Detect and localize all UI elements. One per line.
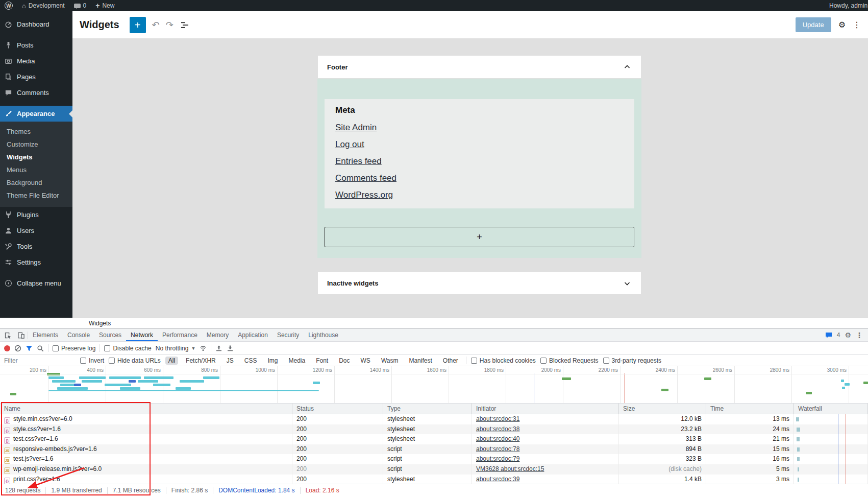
filter-funnel-icon[interactable] [26,345,33,352]
preserve-log-checkbox[interactable] [53,345,59,351]
inactive-widgets-header[interactable]: Inactive widgets [317,272,641,295]
meta-widget-block[interactable]: Meta Site Admin Log out Entries feed Com… [325,99,634,208]
tab-lighthouse[interactable]: Lighthouse [304,329,343,341]
inspect-element-button[interactable] [1,329,14,341]
request-initiator-link[interactable]: about:srcdoc:31 [476,415,519,422]
tab-performance[interactable]: Performance [158,329,202,341]
has-blocked-cookies-checkbox[interactable] [471,358,477,364]
invert-checkbox[interactable] [80,358,86,364]
sidebar-item-tools[interactable]: Tools [0,239,72,254]
table-row[interactable]: style.css?ver=1.6 200 stylesheet about:s… [0,424,868,435]
third-party-checkbox[interactable] [603,358,609,364]
clear-button[interactable] [14,345,21,352]
sidebar-item-collapse-menu[interactable]: Collapse menu [0,275,72,291]
meta-link-entries-feed[interactable]: Entries feed [335,156,382,167]
hide-data-urls-checkbox[interactable] [109,358,115,364]
update-button[interactable]: Update [796,17,831,32]
column-header-status[interactable]: Status [292,404,383,414]
tab-application[interactable]: Application [233,329,272,341]
submenu-item-customize[interactable]: Customize [0,138,72,151]
throttling-select[interactable]: No throttling ▼ [156,345,196,352]
submenu-item-widgets[interactable]: Widgets [0,151,72,164]
request-initiator-link[interactable]: about:srcdoc:79 [476,455,519,462]
table-row[interactable]: style.min.css?ver=6.0 200 stylesheet abo… [0,414,868,424]
sidebar-item-appearance[interactable]: Appearance [0,106,72,122]
filter-type-manifest[interactable]: Manifest [406,357,435,365]
filter-type-wasm[interactable]: Wasm [378,357,402,365]
disable-cache-checkbox[interactable] [104,345,110,351]
tab-sources[interactable]: Sources [94,329,126,341]
list-view-button[interactable] [180,20,190,30]
table-row[interactable]: print.css?ver=1.6 200 stylesheet about:s… [0,475,868,485]
sidebar-item-users[interactable]: Users [0,223,72,239]
column-header-name[interactable]: Name [0,404,292,414]
filter-type-img[interactable]: Img [264,357,281,365]
table-row[interactable]: wp-emoji-release.min.js?ver=6.0 200 scri… [0,464,868,475]
filter-type-media[interactable]: Media [285,357,308,365]
add-block-button[interactable]: + [130,17,146,33]
column-header-time[interactable]: Time [706,404,794,414]
wordpress-logo-menu[interactable]: W [0,0,17,11]
devtools-kebab-icon[interactable]: ⋮ [856,331,863,339]
sidebar-item-pages[interactable]: Pages [0,69,72,85]
meta-link-log-out[interactable]: Log out [335,139,364,150]
blocked-requests-checkbox[interactable] [540,358,547,364]
block-appender-button[interactable]: + [325,227,634,247]
console-messages-icon[interactable] [825,332,832,339]
record-button[interactable] [4,345,10,351]
device-toolbar-button[interactable] [14,329,28,341]
undo-button[interactable]: ↶ [152,20,160,30]
meta-link-comments-feed[interactable]: Comments feed [335,173,396,183]
filter-type-js[interactable]: JS [224,357,237,365]
options-kebab-icon[interactable]: ⋮ [853,21,861,29]
search-icon[interactable] [37,345,44,352]
filter-type-all[interactable]: All [165,357,178,365]
network-overview[interactable]: 200 ms400 ms600 ms800 ms1000 ms1200 ms14… [0,366,868,404]
table-row[interactable]: test.js?ver=1.6 200 script about:srcdoc:… [0,454,868,464]
filter-type-font[interactable]: Font [313,357,331,365]
meta-link-site-admin[interactable]: Site Admin [335,123,377,133]
request-initiator-link[interactable]: about:srcdoc:78 [476,445,519,453]
column-header-type[interactable]: Type [383,404,472,414]
filter-type-doc[interactable]: Doc [336,357,353,365]
tab-network[interactable]: Network [126,329,158,341]
submenu-item-themes[interactable]: Themes [0,126,72,138]
request-initiator-link[interactable]: about:srcdoc:40 [476,435,519,442]
column-header-waterfall[interactable]: Waterfall [794,404,868,414]
footer-widget-area-header[interactable]: Footer [317,55,641,79]
sidebar-item-comments[interactable]: Comments [0,85,72,101]
request-initiator-link[interactable]: about:srcdoc:38 [476,425,519,433]
tab-console[interactable]: Console [63,329,94,341]
table-row[interactable]: responsive-embeds.js?ver=1.6 200 script … [0,444,868,455]
redo-button[interactable]: ↷ [166,20,173,30]
sidebar-item-media[interactable]: Media [0,53,72,69]
request-initiator-link[interactable]: about:srcdoc:39 [476,476,519,483]
submenu-item-menus[interactable]: Menus [0,164,72,177]
table-row[interactable]: test.css?ver=1.6 200 stylesheet about:sr… [0,434,868,444]
tab-memory[interactable]: Memory [202,329,233,341]
sidebar-item-posts[interactable]: Posts [0,37,72,53]
sidebar-item-settings[interactable]: Settings [0,254,72,270]
filter-input[interactable] [4,357,76,364]
tab-elements[interactable]: Elements [28,329,63,341]
filter-type-other[interactable]: Other [440,357,461,365]
admin-new-menu[interactable]: + New [91,0,119,11]
sidebar-item-dashboard[interactable]: Dashboard [0,16,72,32]
filter-type-ws[interactable]: WS [358,357,374,365]
submenu-item-theme-file-editor[interactable]: Theme File Editor [0,190,72,202]
filter-type-fetch-xhr[interactable]: Fetch/XHR [183,357,219,365]
column-header-size[interactable]: Size [619,404,706,414]
filter-type-css[interactable]: CSS [241,357,260,365]
export-har-icon[interactable] [227,345,234,352]
request-initiator-link[interactable]: VM3628 about:srcdoc:15 [476,465,544,472]
tab-security[interactable]: Security [272,329,304,341]
howdy-account-menu[interactable]: Howdy, admin [829,2,867,9]
import-har-icon[interactable] [215,345,222,352]
sidebar-item-plugins[interactable]: Plugins [0,207,72,223]
admin-comments-menu[interactable]: 0 [69,0,91,11]
submenu-item-background[interactable]: Background [0,177,72,190]
column-header-initiator[interactable]: Initiator [472,404,619,414]
meta-link-wordpress-org[interactable]: WordPress.org [335,190,393,200]
network-conditions-icon[interactable] [200,345,207,352]
devtools-settings-icon[interactable]: ⚙ [845,331,851,339]
